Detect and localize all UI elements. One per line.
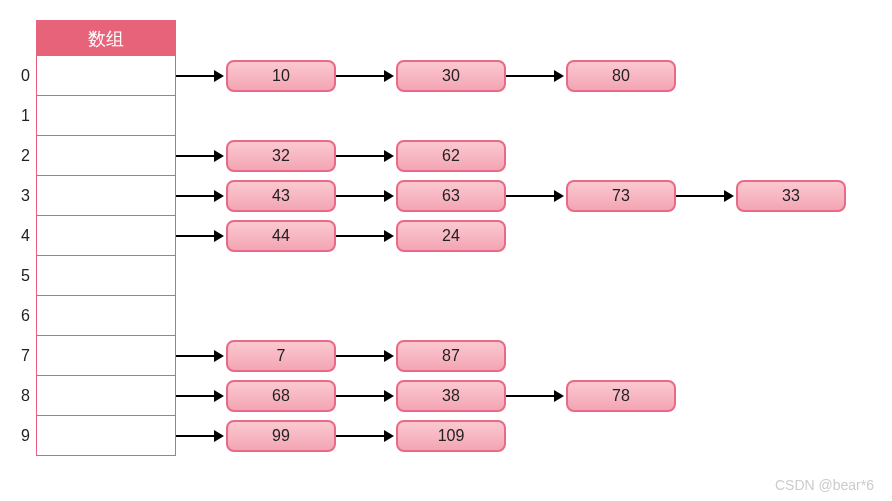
index-column: 0123456789 <box>10 20 30 456</box>
arrow-icon <box>176 420 226 452</box>
array-cell <box>36 296 176 336</box>
index-label: 7 <box>10 336 30 376</box>
arrow-icon <box>336 220 396 252</box>
chain-node: 7 <box>226 340 336 372</box>
index-label: 5 <box>10 256 30 296</box>
chain-node: 68 <box>226 380 336 412</box>
chain-row <box>176 96 846 136</box>
chain-node: 109 <box>396 420 506 452</box>
chain-node: 73 <box>566 180 676 212</box>
chain-node: 80 <box>566 60 676 92</box>
chain-node: 44 <box>226 220 336 252</box>
array-cell <box>36 136 176 176</box>
chains-area: 103080326243637333442478768387899109 <box>176 20 846 456</box>
index-label: 6 <box>10 296 30 336</box>
arrow-icon <box>176 220 226 252</box>
chain-node: 24 <box>396 220 506 252</box>
chain-node: 38 <box>396 380 506 412</box>
array-column: 数组 <box>36 20 176 456</box>
index-label: 3 <box>10 176 30 216</box>
array-cell <box>36 216 176 256</box>
chain-row: 43637333 <box>176 176 846 216</box>
arrow-icon <box>506 380 566 412</box>
index-label: 2 <box>10 136 30 176</box>
arrow-icon <box>176 340 226 372</box>
array-cell <box>36 176 176 216</box>
chain-node: 43 <box>226 180 336 212</box>
array-cell <box>36 376 176 416</box>
chain-row: 4424 <box>176 216 846 256</box>
index-label: 4 <box>10 216 30 256</box>
chain-row: 683878 <box>176 376 846 416</box>
chain-node: 87 <box>396 340 506 372</box>
array-cell <box>36 96 176 136</box>
arrow-icon <box>176 380 226 412</box>
arrow-icon <box>506 60 566 92</box>
array-cell <box>36 56 176 96</box>
index-label: 1 <box>10 96 30 136</box>
array-cell <box>36 256 176 296</box>
chain-row: 787 <box>176 336 846 376</box>
chain-node: 33 <box>736 180 846 212</box>
arrow-icon <box>336 140 396 172</box>
chain-row: 3262 <box>176 136 846 176</box>
arrow-icon <box>506 180 566 212</box>
arrow-icon <box>676 180 736 212</box>
arrow-icon <box>336 420 396 452</box>
chain-row <box>176 256 846 296</box>
arrow-icon <box>336 380 396 412</box>
chain-node: 30 <box>396 60 506 92</box>
index-label: 9 <box>10 416 30 456</box>
hash-table-diagram: 0123456789 数组 10308032624363733344247876… <box>10 20 872 456</box>
index-label: 0 <box>10 56 30 96</box>
arrow-icon <box>336 340 396 372</box>
chain-node: 63 <box>396 180 506 212</box>
chain-node: 99 <box>226 420 336 452</box>
arrow-icon <box>336 180 396 212</box>
chain-node: 32 <box>226 140 336 172</box>
chain-node: 10 <box>226 60 336 92</box>
watermark: CSDN @bear*6 <box>775 477 874 493</box>
chain-row: 103080 <box>176 56 846 96</box>
chain-row <box>176 296 846 336</box>
arrow-icon <box>176 60 226 92</box>
chain-node: 62 <box>396 140 506 172</box>
chain-row: 99109 <box>176 416 846 456</box>
index-label: 8 <box>10 376 30 416</box>
chain-node: 78 <box>566 380 676 412</box>
array-header: 数组 <box>36 20 176 56</box>
array-cell <box>36 336 176 376</box>
arrow-icon <box>176 140 226 172</box>
arrow-icon <box>176 180 226 212</box>
array-cell <box>36 416 176 456</box>
arrow-icon <box>336 60 396 92</box>
